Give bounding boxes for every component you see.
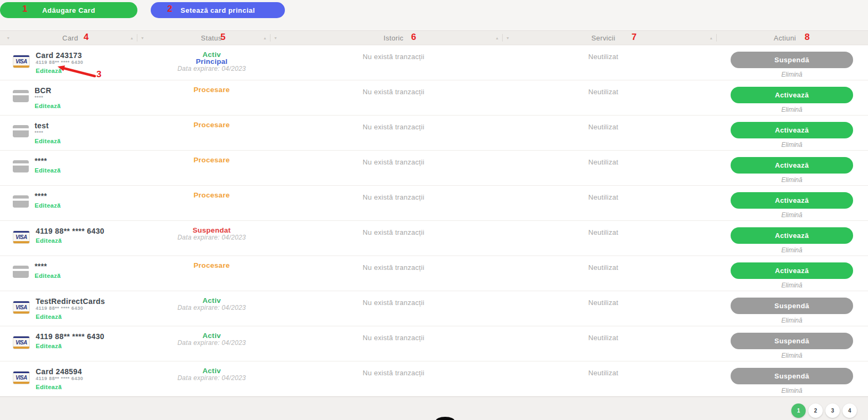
visa-wordmark: VISA (13, 57, 29, 65)
card-number: **** (35, 95, 61, 101)
sort-asc-icon[interactable]: ▲ (495, 36, 499, 40)
edit-link[interactable]: Editează (35, 272, 61, 279)
header-divider (502, 34, 503, 42)
status-text: Activ (141, 367, 282, 374)
table-row: test****EditeazăProcesareNu există tranz… (0, 116, 868, 151)
card-cell: ****Editează (0, 151, 141, 185)
card-text-block: ****Editează (35, 262, 61, 280)
remove-link[interactable]: Elimină (731, 246, 853, 254)
pagination-page-3[interactable]: 3 (825, 403, 840, 418)
visa-card-icon: VISA (13, 230, 30, 244)
activate-button[interactable]: Activează (731, 87, 853, 103)
status-text: Procesare (141, 157, 282, 163)
card-text-block: Card 2485944119 88** **** 6430Editează (36, 368, 83, 391)
card-number: **** (35, 130, 61, 136)
sort-asc-icon[interactable]: ▲ (709, 36, 713, 40)
card-text-block: BCR****Editează (35, 87, 61, 110)
edit-link[interactable]: Editează (36, 237, 62, 244)
suspend-button[interactable]: Suspendă (731, 298, 853, 314)
status-cell: ActivData expirare: 04/2023 (141, 291, 282, 326)
status-cell: SuspendatData expirare: 04/2023 (141, 221, 282, 256)
services-cell: Neutilizat (505, 80, 702, 115)
edit-link[interactable]: Editează (35, 202, 61, 209)
table-row: ****EditeazăProcesareNu există tranzacți… (0, 151, 868, 186)
column-label-actiuni: Actiuni (774, 34, 796, 42)
remove-link[interactable]: Elimină (731, 282, 853, 289)
card-management-screen: Adăugare Card Setează card princial ▼ Ca… (0, 0, 868, 420)
visa-bottom-stripe (13, 382, 29, 384)
remove-link[interactable]: Elimină (731, 71, 853, 78)
card-filter-control: ▼ (6, 31, 10, 45)
pagination-page-2[interactable]: 2 (808, 403, 823, 418)
status-text: Data expirare: 04/2023 (141, 304, 282, 311)
actions-group: ActiveazăElimină (731, 227, 853, 254)
table-row: VISACard 2485944119 88** **** 6430Editea… (0, 361, 868, 397)
card-text-block: 4119 88** **** 6430Editează (36, 227, 104, 245)
history-cell: Nu există tranzacții (282, 45, 505, 80)
activate-button[interactable]: Activează (731, 122, 853, 138)
status-text: Procesare (141, 262, 282, 269)
column-header-istoric[interactable]: Istoric (383, 31, 403, 45)
header-divider (270, 34, 271, 42)
actions-cell: ActiveazăElimină (702, 221, 868, 256)
generic-card-icon (13, 266, 29, 278)
actions-cell: SuspendăElimină (702, 361, 868, 396)
activate-button[interactable]: Activează (731, 227, 853, 244)
pagination-page-4[interactable]: 4 (842, 403, 857, 418)
filter-down-icon[interactable]: ▼ (141, 36, 144, 40)
actions-group: SuspendăElimină (731, 333, 853, 359)
history-cell: Nu există tranzacții (282, 326, 505, 361)
remove-link[interactable]: Elimină (731, 176, 853, 184)
status-cell: Procesare (141, 151, 282, 185)
actions-cell: SuspendăElimină (702, 45, 868, 80)
activate-button[interactable]: Activează (731, 157, 853, 174)
actions-group: SuspendăElimină (731, 298, 853, 324)
generic-card-icon (13, 125, 29, 137)
column-header-servicii[interactable]: Servicii (591, 31, 615, 45)
table-header: ▼ Card ▲ ▼ Status ▲ ▼ Istoric ▲ ▼ Servic… (0, 30, 868, 45)
remove-link[interactable]: Elimină (731, 387, 853, 394)
sort-asc-icon[interactable]: ▲ (263, 36, 267, 40)
suspend-button[interactable]: Suspendă (731, 52, 853, 68)
filter-down-icon[interactable]: ▼ (274, 36, 277, 40)
table-row: ****EditeazăProcesareNu există tranzacți… (0, 186, 868, 221)
sort-asc-icon[interactable]: ▲ (130, 36, 134, 40)
remove-link[interactable]: Elimină (731, 211, 853, 219)
history-cell: Nu există tranzacții (282, 151, 505, 185)
suspend-button[interactable]: Suspendă (731, 333, 853, 349)
edit-link[interactable]: Editează (35, 137, 61, 145)
table-footer: 1234 (0, 397, 868, 420)
column-header-status[interactable]: Status (201, 31, 222, 45)
card-text-block: test****Editează (35, 122, 61, 145)
services-cell: Neutilizat (505, 361, 702, 396)
visa-card-icon: VISA (13, 301, 30, 314)
suspend-button[interactable]: Suspendă (731, 368, 853, 384)
filter-down-icon[interactable]: ▼ (506, 36, 510, 40)
status-cell: Procesare (141, 80, 282, 115)
remove-link[interactable]: Elimină (731, 317, 853, 324)
card-title: BCR (35, 87, 61, 95)
edit-link[interactable]: Editează (36, 313, 62, 320)
card-cell: VISA4119 88** **** 6430Editează (0, 326, 141, 361)
edit-link[interactable]: Editează (36, 383, 62, 391)
edit-link[interactable]: Editează (36, 342, 62, 350)
add-card-button[interactable]: Adăugare Card (0, 2, 137, 18)
card-title: 4119 88** **** 6430 (36, 333, 104, 341)
status-text: Data expirare: 04/2023 (141, 375, 282, 381)
remove-link[interactable]: Elimină (731, 352, 853, 359)
edit-link[interactable]: Editează (35, 102, 61, 110)
remove-link[interactable]: Elimină (731, 106, 853, 113)
services-cell: Neutilizat (505, 221, 702, 256)
remove-link[interactable]: Elimină (731, 141, 853, 149)
table-row: VISA4119 88** **** 6430EditeazăActivData… (0, 326, 868, 361)
card-number: 4119 88** **** 6430 (36, 376, 83, 382)
pagination-page-1[interactable]: 1 (791, 403, 806, 418)
activate-button[interactable]: Activează (731, 192, 853, 209)
edit-link[interactable]: Editează (35, 167, 61, 174)
annotation-number-6: 6 (411, 32, 416, 42)
column-header-actiuni[interactable]: Actiuni (774, 31, 796, 45)
column-header-card[interactable]: Card (62, 31, 78, 45)
activate-button[interactable]: Activează (731, 262, 853, 279)
actions-cell: ActiveazăElimină (702, 80, 868, 115)
filter-down-icon[interactable]: ▼ (6, 36, 10, 40)
